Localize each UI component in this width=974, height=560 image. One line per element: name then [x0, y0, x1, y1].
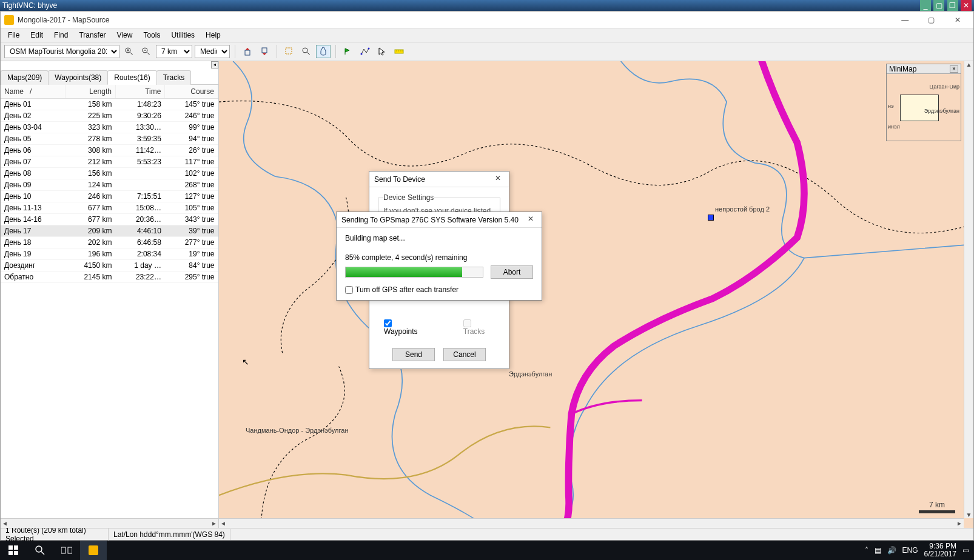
statusbar: 1 Route(s) (209 km total) Selected Lat/L…	[1, 528, 973, 540]
search-button[interactable]	[27, 541, 53, 560]
sending-progress-dialog: Sending To GPSmap 276C SYS Software Vers…	[336, 212, 542, 301]
col-course[interactable]: Course	[165, 85, 218, 99]
sidebar-hscroll[interactable]: ◄ ►	[1, 518, 218, 528]
action-center-icon[interactable]: ▭	[962, 546, 969, 555]
tray-clock[interactable]: 9:36 PM 6/21/2017	[924, 542, 956, 558]
menu-file[interactable]: File	[3, 30, 24, 41]
close-button[interactable]: ✕	[945, 13, 970, 27]
table-row[interactable]: Доездинг4150 km1 day …84° true	[1, 260, 218, 272]
detail-select[interactable]: Medium	[195, 45, 230, 58]
col-length[interactable]: Length	[65, 85, 115, 99]
tab-tracks[interactable]: Tracks	[156, 70, 192, 85]
table-row[interactable]: День 05278 km3:59:3594° true	[1, 133, 218, 145]
pointer-tool[interactable]	[375, 45, 389, 58]
minimap-close-icon[interactable]: ×	[950, 65, 958, 73]
send-to-device-button[interactable]	[240, 45, 255, 58]
tray-chevron-icon[interactable]: ˄	[865, 546, 868, 555]
sidebar-tabs: Maps(209) Waypoints(38) Routes(16) Track…	[1, 61, 218, 85]
vnc-restore-icon[interactable]: ❐	[947, 0, 958, 11]
abort-button[interactable]: Abort	[491, 265, 533, 279]
svg-point-23	[36, 546, 42, 552]
waypoint-marker[interactable]	[708, 215, 714, 221]
table-row[interactable]: День 03-04323 km13:30…99° true	[1, 122, 218, 133]
tray-network-icon[interactable]: ▤	[875, 546, 881, 555]
tab-routes[interactable]: Routes(16)	[107, 70, 156, 85]
scroll-left-icon[interactable]: ◄	[2, 520, 8, 527]
send-button[interactable]: Send	[392, 348, 435, 361]
collapse-sidebar-button[interactable]: ◂	[211, 61, 218, 68]
start-button[interactable]	[0, 541, 27, 560]
menu-transfer[interactable]: Transfer	[74, 30, 110, 41]
table-row[interactable]: День 08156 km102° true	[1, 168, 218, 179]
status-coord-format: Lat/Lon hddd°mm.mmm'(WGS 84)	[109, 529, 230, 540]
tab-waypoints[interactable]: Waypoints(38)	[48, 70, 108, 85]
zoom-level-select[interactable]: 7 km	[156, 45, 192, 58]
menu-help[interactable]: Help	[201, 30, 226, 41]
table-row[interactable]: День 18202 km6:46:58277° true	[1, 237, 218, 248]
vnc-min-icon[interactable]: _	[920, 0, 931, 11]
turn-off-gps-checkbox[interactable]: Turn off GPS after each transfer	[345, 285, 458, 294]
scroll-right-icon[interactable]: ►	[211, 520, 217, 527]
table-row[interactable]: День 02225 km9:30:26246° true	[1, 110, 218, 122]
waypoints-checkbox[interactable]: Waypoints	[384, 319, 427, 336]
zoom-in-button[interactable]	[122, 45, 136, 58]
col-name[interactable]: Name /	[1, 85, 65, 99]
tracks-checkbox[interactable]: Tracks	[463, 319, 494, 336]
select-tool[interactable]	[282, 45, 297, 58]
svg-line-11	[307, 52, 310, 55]
maximize-button[interactable]: ▢	[919, 13, 944, 27]
map-canvas[interactable]: непростой брод 2 Эрдэнэбулган Чандмань-О…	[219, 61, 973, 528]
tray-volume-icon[interactable]: 🔊	[887, 546, 896, 555]
table-row[interactable]: День 10246 km7:15:51127° true	[1, 191, 218, 202]
app-icon	[4, 15, 14, 25]
menu-tools[interactable]: Tools	[138, 30, 165, 41]
map-scale: 7 km	[919, 501, 955, 513]
table-row[interactable]: День 17209 km4:46:1039° true	[1, 225, 218, 237]
table-row[interactable]: День 06308 km11:42…26° true	[1, 145, 218, 156]
table-row[interactable]: День 07212 km5:53:23117° true	[1, 156, 218, 168]
map-hscroll[interactable]: ◄►	[219, 518, 964, 528]
zoom-out-button[interactable]	[139, 45, 153, 58]
svg-rect-25	[61, 547, 65, 553]
toolbar: OSM MapTourist Mongolia 2017-06-22 7 km …	[1, 42, 973, 61]
cancel-button[interactable]: Cancel	[443, 348, 486, 361]
taskview-button[interactable]	[53, 541, 80, 560]
vnc-close-icon[interactable]: ✕	[961, 0, 972, 11]
vnc-max-icon[interactable]: ▢	[933, 0, 944, 11]
send-dialog-close-icon[interactable]: ✕	[492, 174, 504, 185]
svg-rect-9	[286, 48, 292, 54]
map-vscroll[interactable]: ▲▼	[964, 61, 973, 518]
tab-maps[interactable]: Maps(209)	[1, 70, 49, 85]
measure-tool[interactable]	[392, 45, 406, 58]
zoom-tool[interactable]	[299, 45, 314, 58]
svg-rect-21	[8, 551, 13, 555]
minimap[interactable]: MiniMap × Цагаан-Uир Эрдэнэбулган нэ инэ…	[886, 64, 961, 141]
hand-tool[interactable]	[316, 45, 331, 58]
tray-language[interactable]: ENG	[902, 546, 918, 555]
routes-grid[interactable]: Name / Length Time Course День 01158 km1…	[1, 85, 218, 518]
menu-find[interactable]: Find	[49, 30, 73, 41]
receive-from-device-button[interactable]	[257, 45, 272, 58]
menu-utilities[interactable]: Utilities	[166, 30, 200, 41]
map-product-select[interactable]: OSM MapTourist Mongolia 2017-06-22	[4, 45, 119, 58]
svg-point-12	[361, 53, 363, 55]
road-label: Чандмань-Ондор - Эрдэнэбулган	[246, 427, 348, 434]
vnc-titlebar: TightVNC: bhyve _ ▢ ❐ ✕	[0, 0, 974, 11]
minimize-button[interactable]: —	[893, 13, 917, 27]
menu-view[interactable]: View	[112, 30, 138, 41]
svg-line-1	[130, 52, 133, 55]
route-tool[interactable]	[358, 45, 372, 58]
svg-rect-8	[262, 48, 267, 53]
col-time[interactable]: Time	[115, 85, 165, 99]
table-row[interactable]: Обратно2145 km23:22…295° true	[1, 272, 218, 283]
table-row[interactable]: День 09124 km268° true	[1, 179, 218, 191]
table-row[interactable]: День 01158 km1:48:23145° true	[1, 99, 218, 110]
progress-dialog-close-icon[interactable]: ✕	[525, 215, 537, 225]
waypoint-tool[interactable]	[341, 45, 355, 58]
table-row[interactable]: День 11-13677 km15:08…105° true	[1, 202, 218, 214]
table-row[interactable]: День 14-16677 km20:36…343° true	[1, 214, 218, 225]
table-row[interactable]: День 19196 km2:08:3419° true	[1, 248, 218, 260]
taskbar-app-mapsource[interactable]	[80, 541, 107, 560]
svg-rect-7	[245, 50, 250, 55]
menu-edit[interactable]: Edit	[25, 30, 48, 41]
